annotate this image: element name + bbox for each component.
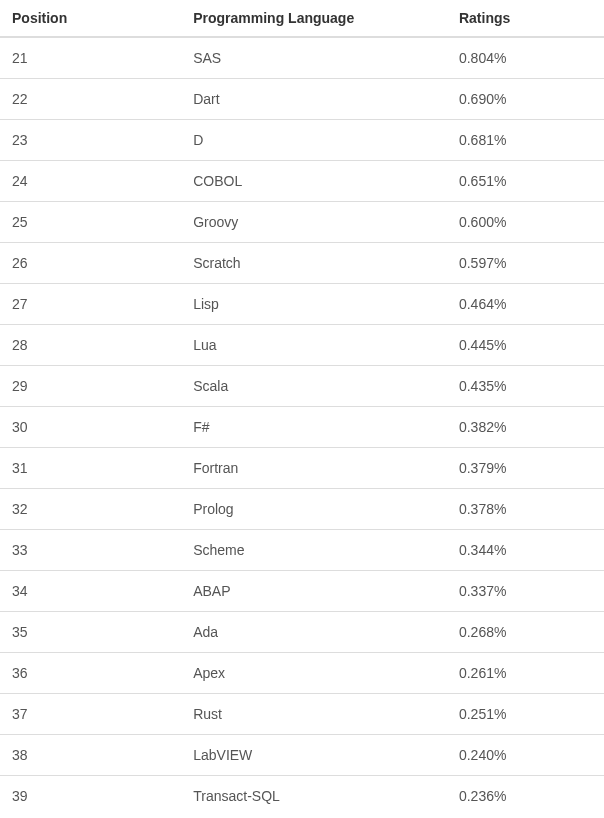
cell-ratings: 0.804% (447, 37, 604, 79)
cell-position: 31 (0, 448, 181, 489)
table-row: 21SAS0.804% (0, 37, 604, 79)
table-body: 21SAS0.804%22Dart0.690%23D0.681%24COBOL0… (0, 37, 604, 816)
cell-position: 26 (0, 243, 181, 284)
cell-ratings: 0.261% (447, 653, 604, 694)
table-row: 33Scheme0.344% (0, 530, 604, 571)
cell-language: F# (181, 407, 447, 448)
cell-language: SAS (181, 37, 447, 79)
cell-position: 38 (0, 735, 181, 776)
table-row: 29Scala0.435% (0, 366, 604, 407)
table-row: 38LabVIEW0.240% (0, 735, 604, 776)
cell-language: Lisp (181, 284, 447, 325)
language-rankings-table: Position Programming Language Ratings 21… (0, 0, 604, 816)
table-row: 37Rust0.251% (0, 694, 604, 735)
cell-ratings: 0.240% (447, 735, 604, 776)
cell-ratings: 0.344% (447, 530, 604, 571)
table-row: 27Lisp0.464% (0, 284, 604, 325)
cell-ratings: 0.435% (447, 366, 604, 407)
cell-ratings: 0.251% (447, 694, 604, 735)
cell-position: 27 (0, 284, 181, 325)
cell-position: 28 (0, 325, 181, 366)
cell-position: 30 (0, 407, 181, 448)
cell-language: Groovy (181, 202, 447, 243)
table-row: 35Ada0.268% (0, 612, 604, 653)
table-row: 36Apex0.261% (0, 653, 604, 694)
cell-ratings: 0.597% (447, 243, 604, 284)
cell-language: Rust (181, 694, 447, 735)
table-header-row: Position Programming Language Ratings (0, 0, 604, 37)
table-row: 30F#0.382% (0, 407, 604, 448)
table-row: 39Transact-SQL0.236% (0, 776, 604, 817)
cell-position: 36 (0, 653, 181, 694)
cell-language: Scratch (181, 243, 447, 284)
cell-position: 24 (0, 161, 181, 202)
cell-language: D (181, 120, 447, 161)
header-position: Position (0, 0, 181, 37)
table-row: 32Prolog0.378% (0, 489, 604, 530)
cell-position: 22 (0, 79, 181, 120)
cell-position: 29 (0, 366, 181, 407)
cell-language: Transact-SQL (181, 776, 447, 817)
cell-position: 37 (0, 694, 181, 735)
cell-ratings: 0.464% (447, 284, 604, 325)
cell-position: 34 (0, 571, 181, 612)
cell-ratings: 0.236% (447, 776, 604, 817)
cell-position: 25 (0, 202, 181, 243)
cell-ratings: 0.337% (447, 571, 604, 612)
table-row: 31Fortran0.379% (0, 448, 604, 489)
cell-ratings: 0.378% (447, 489, 604, 530)
cell-language: Lua (181, 325, 447, 366)
cell-ratings: 0.382% (447, 407, 604, 448)
cell-language: ABAP (181, 571, 447, 612)
table-row: 28Lua0.445% (0, 325, 604, 366)
cell-position: 33 (0, 530, 181, 571)
cell-language: Dart (181, 79, 447, 120)
cell-language: COBOL (181, 161, 447, 202)
cell-position: 32 (0, 489, 181, 530)
table-row: 26Scratch0.597% (0, 243, 604, 284)
table-row: 25Groovy0.600% (0, 202, 604, 243)
table-row: 24COBOL0.651% (0, 161, 604, 202)
cell-ratings: 0.379% (447, 448, 604, 489)
cell-language: Ada (181, 612, 447, 653)
cell-position: 23 (0, 120, 181, 161)
cell-language: Apex (181, 653, 447, 694)
cell-ratings: 0.445% (447, 325, 604, 366)
cell-language: Prolog (181, 489, 447, 530)
header-ratings: Ratings (447, 0, 604, 37)
cell-language: Scala (181, 366, 447, 407)
cell-position: 21 (0, 37, 181, 79)
cell-language: Fortran (181, 448, 447, 489)
cell-position: 39 (0, 776, 181, 817)
cell-position: 35 (0, 612, 181, 653)
cell-ratings: 0.268% (447, 612, 604, 653)
cell-ratings: 0.651% (447, 161, 604, 202)
cell-ratings: 0.690% (447, 79, 604, 120)
cell-language: LabVIEW (181, 735, 447, 776)
table-row: 34ABAP0.337% (0, 571, 604, 612)
cell-ratings: 0.681% (447, 120, 604, 161)
cell-ratings: 0.600% (447, 202, 604, 243)
header-language: Programming Language (181, 0, 447, 37)
table-row: 22Dart0.690% (0, 79, 604, 120)
table-row: 23D0.681% (0, 120, 604, 161)
cell-language: Scheme (181, 530, 447, 571)
